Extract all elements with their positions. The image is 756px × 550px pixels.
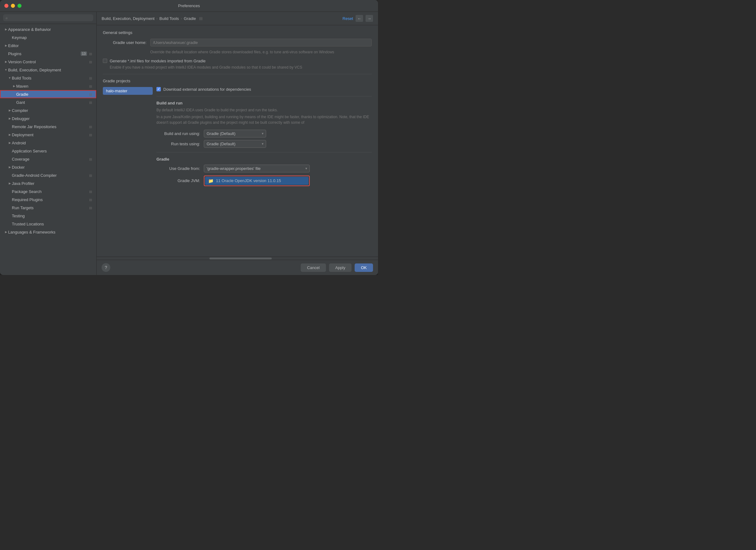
download-annotations-checkbox[interactable]: ✓ xyxy=(156,87,161,91)
sidebar-item-label: Coverage xyxy=(12,157,87,161)
download-annotations-row: ✓ Download external annotations for depe… xyxy=(156,87,372,92)
horizontal-scrollbar[interactable] xyxy=(97,256,378,260)
sidebar-item-languages-frameworks[interactable]: ▶ Languages & Frameworks xyxy=(0,228,96,236)
scroll-thumb[interactable] xyxy=(209,257,272,259)
generate-iml-label: Generate *.iml files for modules importe… xyxy=(110,59,206,63)
sidebar-item-deployment[interactable]: ▶ Deployment ▤ xyxy=(0,131,96,139)
chevron-icon: ▶ xyxy=(4,60,8,64)
breadcrumb-build-tools: Build Tools xyxy=(159,16,179,21)
build-run-using-label: Build and run using: xyxy=(156,131,200,136)
chevron-icon xyxy=(7,222,12,226)
header-actions: Reset ← → xyxy=(342,15,373,22)
build-run-section: Build and run By default IntelliJ IDEA u… xyxy=(156,101,372,125)
maven-icon: ▤ xyxy=(88,84,93,88)
sidebar-item-gant[interactable]: Gant ▤ xyxy=(0,98,96,106)
nav-back-button[interactable]: ← xyxy=(356,15,363,22)
gradle-user-home-row: Gradle user home: xyxy=(103,39,372,46)
use-gradle-from-dropdown[interactable]: 'gradle-wrapper.properties' file xyxy=(204,165,310,172)
sidebar-item-docker[interactable]: ▶ Docker xyxy=(0,163,96,171)
help-button[interactable]: ? xyxy=(102,263,110,272)
sidebar-item-maven[interactable]: ▶ Maven ▤ xyxy=(0,82,96,90)
run-tests-using-row: Run tests using: Gradle (Default) xyxy=(156,140,372,148)
sidebar-item-label: Run Targets xyxy=(12,205,87,210)
use-gradle-from-row: Use Gradle from: 'gradle-wrapper.propert… xyxy=(156,165,372,172)
sidebar-item-compiler[interactable]: ▶ Compiler xyxy=(0,106,96,114)
chevron-icon xyxy=(7,213,12,218)
generate-iml-row: Generate *.iml files for modules importe… xyxy=(103,59,372,63)
apply-button[interactable]: Apply xyxy=(329,263,352,272)
chevron-icon xyxy=(4,51,8,56)
close-button[interactable] xyxy=(4,4,8,8)
gradle-jvm-value: 11 Oracle OpenJDK version 11.0.15 xyxy=(216,178,281,183)
breadcrumb-sep-2: › xyxy=(181,17,182,20)
sidebar-item-coverage[interactable]: Coverage ▤ xyxy=(0,155,96,163)
sidebar-item-app-servers[interactable]: Application Servers xyxy=(0,147,96,155)
projects-row: halo-master ✓ Download external annotati… xyxy=(103,87,372,186)
right-panel: Build, Execution, Deployment › Build Too… xyxy=(97,12,378,275)
search-icon: ⌕ xyxy=(6,16,8,20)
coverage-icon: ▤ xyxy=(88,157,93,161)
gradle-user-home-label: Gradle user home: xyxy=(103,40,146,45)
sidebar-item-build-execution[interactable]: ▼ Build, Execution, Deployment xyxy=(0,66,96,74)
sidebar-item-label: Compiler xyxy=(12,108,93,113)
generate-iml-checkbox[interactable] xyxy=(103,59,107,63)
sidebar-item-required-plugins[interactable]: Required Plugins ▤ xyxy=(0,195,96,203)
use-gradle-from-label: Use Gradle from: xyxy=(156,166,200,171)
chevron-icon xyxy=(7,149,12,153)
folder-icon: 📁 xyxy=(208,178,213,183)
run-tests-dropdown[interactable]: Gradle (Default) xyxy=(204,140,266,148)
sidebar-item-package-search[interactable]: Package Search ▤ xyxy=(0,187,96,195)
chevron-icon: ▶ xyxy=(7,132,12,137)
divider-2 xyxy=(156,96,372,96)
nav-forward-button[interactable]: → xyxy=(366,15,373,22)
sidebar-item-keymap[interactable]: Keymap xyxy=(0,33,96,41)
maximize-button[interactable] xyxy=(17,4,22,8)
sidebar-item-run-targets[interactable]: Run Targets ▤ xyxy=(0,203,96,212)
breadcrumb-build-execution: Build, Execution, Deployment xyxy=(102,16,155,21)
build-run-using-row: Build and run using: Gradle (Default) xyxy=(156,130,372,137)
sidebar-item-java-profiler[interactable]: ▶ Java Profiler xyxy=(0,179,96,187)
build-run-title: Build and run xyxy=(156,101,372,105)
chevron-icon: ▶ xyxy=(7,116,12,121)
sidebar-item-label: Gradle-Android Compiler xyxy=(12,173,87,178)
sidebar-item-testing[interactable]: Testing xyxy=(0,212,96,220)
sidebar-item-editor[interactable]: ▶ Editor xyxy=(0,41,96,50)
cancel-button[interactable]: Cancel xyxy=(301,263,326,272)
sidebar-item-trusted-locations[interactable]: Trusted Locations xyxy=(0,220,96,228)
reset-button[interactable]: Reset xyxy=(342,16,353,21)
gradle-jvm-field[interactable]: 📁 11 Oracle OpenJDK version 11.0.15 xyxy=(205,177,309,185)
chevron-icon xyxy=(7,205,12,210)
plugins-badge: 13 xyxy=(81,51,87,56)
sidebar-item-android[interactable]: ▶ Android xyxy=(0,139,96,147)
sidebar-item-label: Android xyxy=(12,141,93,145)
minimize-button[interactable] xyxy=(11,4,15,8)
sidebar-item-version-control[interactable]: ▶ Version Control ▤ xyxy=(0,58,96,66)
sidebar-item-plugins[interactable]: Plugins 13 ▤ xyxy=(0,50,96,58)
sidebar-item-debugger[interactable]: ▶ Debugger xyxy=(0,114,96,122)
generate-iml-hint: Enable if you have a mixed project with … xyxy=(110,65,372,69)
gradle-user-home-input[interactable] xyxy=(150,39,372,46)
chevron-down-icon: ▼ xyxy=(4,68,8,72)
chevron-icon: ▶ xyxy=(7,181,12,185)
sidebar-item-appearance-behavior[interactable]: ▶ Appearance & Behavior xyxy=(0,25,96,33)
sidebar-item-label: Plugins xyxy=(8,51,79,56)
project-item-halo-master[interactable]: halo-master xyxy=(103,87,153,95)
chevron-icon: ▶ xyxy=(7,141,12,145)
vcs-icon: ▤ xyxy=(88,60,93,64)
gradle-jvm-field-wrap[interactable]: 📁 11 Oracle OpenJDK version 11.0.15 xyxy=(204,175,310,186)
sidebar-item-remote-jar[interactable]: Remote Jar Repositories ▤ xyxy=(0,122,96,131)
remote-jar-icon: ▤ xyxy=(88,124,93,129)
required-plugins-icon: ▤ xyxy=(88,197,93,202)
sidebar-item-gradle-android[interactable]: Gradle-Android Compiler ▤ xyxy=(0,171,96,179)
ok-button[interactable]: OK xyxy=(355,263,373,272)
sidebar-item-gradle[interactable]: Gradle ▤ xyxy=(0,90,96,98)
sidebar-item-build-tools[interactable]: ▼ Build Tools ▤ xyxy=(0,74,96,82)
search-input-wrap[interactable]: ⌕ xyxy=(3,14,93,21)
search-input[interactable] xyxy=(10,16,91,20)
build-run-using-dropdown[interactable]: Gradle (Default) xyxy=(204,130,266,137)
sidebar-item-label: Package Search xyxy=(12,189,87,194)
sidebar-item-label: Gradle xyxy=(16,92,87,97)
build-run-desc1: By default IntelliJ IDEA uses Gradle to … xyxy=(156,107,372,113)
title-bar: Preferences xyxy=(0,0,378,12)
panel-header: Build, Execution, Deployment › Build Too… xyxy=(97,12,378,25)
